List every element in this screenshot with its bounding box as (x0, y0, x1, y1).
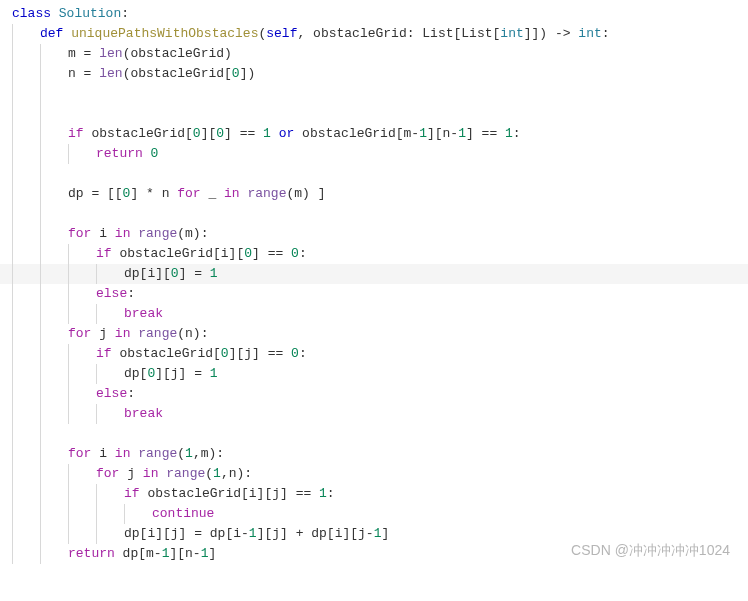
token-kw: def (40, 26, 71, 41)
code-line (0, 84, 748, 104)
code-line: if obstacleGrid[0][j] == 0: (0, 344, 748, 364)
indent-guide (68, 524, 69, 544)
indent-guide (12, 64, 13, 84)
code-content: if obstacleGrid[0][j] == 0: (96, 344, 307, 364)
indent-guide (68, 364, 69, 384)
indent-guide (40, 464, 41, 484)
code-content: return 0 (96, 144, 158, 164)
indent-guide (40, 504, 41, 524)
token-id: i (99, 446, 115, 461)
indent-guide (40, 164, 41, 184)
indent-guide (40, 344, 41, 364)
token-num: 1 (458, 126, 466, 141)
indent-guide (68, 284, 69, 304)
token-kw2: else (96, 386, 127, 401)
token-id: n = (68, 66, 99, 81)
token-cls: int (578, 26, 601, 41)
code-content: for j in range(1,n): (96, 464, 252, 484)
code-line: for i in range(1,m): (0, 444, 748, 464)
code-line: for j in range(1,n): (0, 464, 748, 484)
code-line: return dp[m-1][n-1] (0, 544, 748, 564)
indent-guide (12, 324, 13, 344)
code-line: else: (0, 284, 748, 304)
token-id: ][n- (427, 126, 458, 141)
token-id: (m) ] (286, 186, 325, 201)
code-content: for i in range(1,m): (68, 444, 224, 464)
token-id: ] == (466, 126, 505, 141)
code-line: else: (0, 384, 748, 404)
token-kw: self (266, 26, 297, 41)
token-op: : (327, 486, 335, 501)
indent-guide (12, 304, 13, 324)
token-id: ][j] == (229, 346, 291, 361)
indent-guide (40, 264, 41, 284)
token-num: 1 (249, 526, 257, 541)
token-def: range (138, 226, 177, 241)
token-num: 1 (263, 126, 271, 141)
code-line: return 0 (0, 144, 748, 164)
token-id: dp[i][j] = dp[i- (124, 526, 249, 541)
indent-guide (12, 444, 13, 464)
code-content: if obstacleGrid[i][j] == 1: (124, 484, 335, 504)
token-id: dp[i][ (124, 266, 171, 281)
token-id: ]) (240, 66, 256, 81)
indent-guide (96, 504, 97, 524)
indent-guide (68, 384, 69, 404)
token-id: ,m): (193, 446, 224, 461)
indent-guide (40, 64, 41, 84)
code-line: dp = [[0] * n for _ in range(m) ] (0, 184, 748, 204)
token-id: ]]) -> (524, 26, 579, 41)
token-kw2: for (68, 226, 99, 241)
indent-guide (12, 284, 13, 304)
token-id: (m): (177, 226, 208, 241)
token-cls: int (500, 26, 523, 41)
code-line: m = len(obstacleGrid) (0, 44, 748, 64)
indent-guide (40, 324, 41, 344)
token-id: (obstacleGrid) (123, 46, 232, 61)
token-id: i (99, 226, 115, 241)
indent-guide (12, 464, 13, 484)
indent-guide (40, 44, 41, 64)
token-op: : (121, 6, 129, 21)
code-content: break (124, 304, 163, 324)
code-line: dp[i][0] = 1 (0, 264, 748, 284)
code-line (0, 164, 748, 184)
indent-guide (68, 144, 69, 164)
token-def: range (166, 466, 205, 481)
token-id: ,n): (221, 466, 252, 481)
code-line: if obstacleGrid[i][0] == 0: (0, 244, 748, 264)
token-num: 0 (291, 346, 299, 361)
token-fn: uniquePathsWithObstacles (71, 26, 258, 41)
token-id: _ (208, 186, 224, 201)
token-kw: or (271, 126, 302, 141)
indent-guide (40, 544, 41, 564)
indent-guide (12, 404, 13, 424)
indent-guide (124, 504, 125, 524)
token-num: 1 (213, 466, 221, 481)
token-num: 0 (221, 346, 229, 361)
code-line (0, 204, 748, 224)
indent-guide (68, 264, 69, 284)
code-content: else: (96, 384, 135, 404)
token-op: : (513, 126, 521, 141)
indent-guide (12, 104, 13, 124)
indent-guide (12, 344, 13, 364)
token-def: range (247, 186, 286, 201)
code-content: dp[i][j] = dp[i-1][j] + dp[i][j-1] (124, 524, 389, 544)
code-content: dp[i][0] = 1 (124, 264, 218, 284)
code-line: for i in range(m): (0, 224, 748, 244)
token-def: range (138, 446, 177, 461)
token-op: : (602, 26, 610, 41)
token-kw2: for (68, 446, 99, 461)
indent-guide (12, 364, 13, 384)
indent-guide (12, 124, 13, 144)
code-content: class Solution: (12, 4, 129, 24)
token-def: len (99, 46, 122, 61)
token-id: (obstacleGrid[ (123, 66, 232, 81)
token-cls: Solution (59, 6, 121, 21)
token-kw2: if (96, 246, 119, 261)
token-def: len (99, 66, 122, 81)
indent-guide (40, 444, 41, 464)
indent-guide (68, 464, 69, 484)
token-op: : (127, 386, 135, 401)
